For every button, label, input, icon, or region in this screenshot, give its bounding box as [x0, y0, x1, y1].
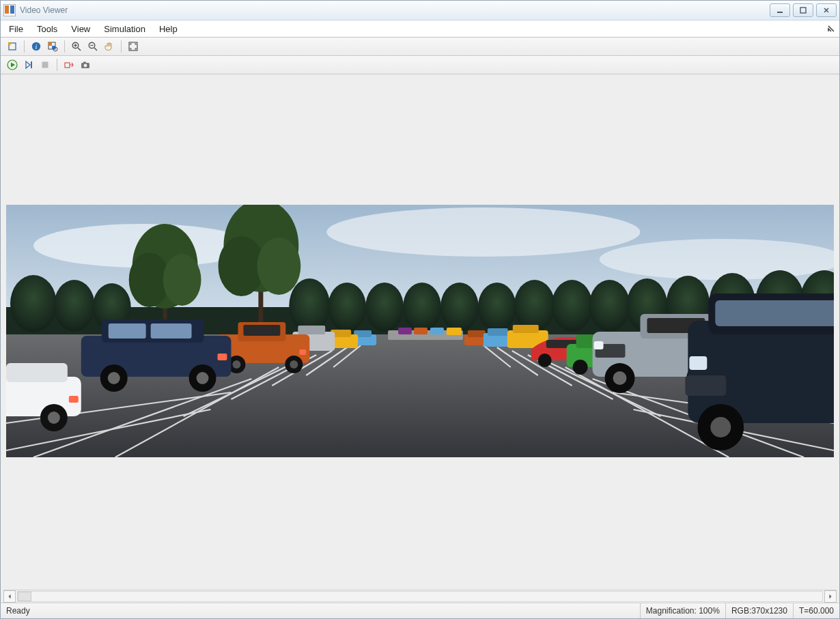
- maximize-button[interactable]: [793, 3, 813, 17]
- svg-rect-16: [42, 62, 48, 68]
- svg-point-20: [84, 64, 87, 68]
- fit-to-window-button[interactable]: [126, 39, 141, 54]
- svg-point-88: [290, 360, 298, 369]
- menubar: File Tools View Simulation Help: [1, 20, 839, 38]
- video-viewer-window: Video Viewer File Tools View Simulation …: [0, 0, 840, 619]
- zoom-in-button[interactable]: [69, 39, 84, 54]
- video-canvas-area: [1, 74, 839, 603]
- maximize-icon: [799, 6, 807, 14]
- svg-point-96: [108, 372, 120, 384]
- matlab-app-icon: [3, 4, 16, 16]
- svg-point-133: [710, 417, 731, 437]
- svg-marker-14: [26, 61, 30, 68]
- svg-rect-19: [83, 62, 86, 63]
- video-frame[interactable]: [6, 205, 834, 457]
- chevron-right-icon: [828, 594, 833, 599]
- pixel-region-icon: [47, 41, 58, 52]
- svg-point-116: [573, 360, 588, 375]
- svg-rect-75: [447, 328, 462, 335]
- window-title: Video Viewer: [20, 5, 68, 15]
- status-rgb: RGB:370x1230: [725, 603, 793, 618]
- minimize-icon: [776, 6, 784, 14]
- close-button[interactable]: [816, 3, 837, 17]
- scene-svg: [6, 205, 834, 457]
- horizontal-scrollbar[interactable]: [3, 590, 837, 603]
- pan-icon: [104, 41, 115, 52]
- scroll-track[interactable]: [17, 591, 823, 602]
- svg-rect-101: [6, 363, 68, 382]
- svg-point-86: [232, 360, 240, 369]
- svg-point-27: [54, 280, 95, 332]
- status-magnification: Magnification: 100%: [640, 603, 725, 618]
- svg-rect-81: [298, 326, 325, 334]
- svg-rect-99: [217, 354, 227, 360]
- pan-button[interactable]: [102, 39, 117, 54]
- svg-point-103: [48, 412, 60, 424]
- menu-simulation[interactable]: Simulation: [97, 23, 152, 35]
- svg-rect-90: [299, 349, 306, 355]
- toolbar-view: i: [1, 38, 839, 56]
- svg-marker-134: [8, 594, 10, 599]
- svg-point-29: [289, 278, 330, 333]
- svg-rect-6: [48, 42, 52, 46]
- scroll-right-button[interactable]: [824, 590, 837, 603]
- new-colormap-button[interactable]: [5, 39, 20, 54]
- svg-rect-110: [513, 325, 539, 333]
- pixel-region-button[interactable]: [45, 39, 60, 54]
- svg-rect-108: [488, 328, 508, 336]
- menu-file[interactable]: File: [2, 23, 30, 35]
- svg-rect-129: [715, 300, 834, 326]
- zoom-out-button[interactable]: [85, 39, 100, 54]
- fit-to-window-icon: [128, 41, 139, 52]
- info-icon: i: [31, 41, 42, 52]
- svg-rect-104: [69, 396, 79, 403]
- svg-rect-15: [31, 61, 32, 68]
- play-icon: [7, 59, 18, 70]
- stop-icon: [40, 59, 51, 70]
- svg-rect-17: [65, 63, 70, 68]
- toolbar-simulation: [1, 56, 839, 74]
- scroll-thumb[interactable]: [18, 592, 31, 601]
- menu-view[interactable]: View: [64, 23, 97, 35]
- close-icon: [822, 6, 830, 14]
- svg-rect-122: [594, 341, 604, 349]
- undock-button[interactable]: [827, 25, 835, 33]
- snapshot-button[interactable]: [78, 57, 93, 72]
- play-button[interactable]: [5, 57, 20, 72]
- svg-point-24: [600, 239, 834, 280]
- zoom-out-icon: [87, 41, 98, 52]
- svg-point-23: [326, 207, 640, 257]
- snapshot-icon: [80, 59, 91, 70]
- svg-rect-1: [800, 8, 806, 13]
- step-forward-button[interactable]: [21, 57, 36, 72]
- info-button[interactable]: i: [29, 39, 44, 54]
- undock-icon: [827, 25, 835, 33]
- chevron-left-icon: [7, 594, 12, 599]
- stop-button[interactable]: [38, 57, 53, 72]
- zoom-in-icon: [71, 41, 82, 52]
- svg-point-50: [257, 237, 300, 295]
- new-colormap-icon: [7, 41, 18, 52]
- svg-point-32: [403, 283, 441, 332]
- svg-point-35: [514, 280, 555, 332]
- svg-marker-135: [829, 594, 831, 599]
- minimize-button[interactable]: [770, 3, 790, 17]
- svg-rect-84: [243, 325, 280, 336]
- svg-point-37: [589, 280, 630, 332]
- svg-point-30: [328, 283, 366, 332]
- menu-help[interactable]: Help: [152, 23, 184, 35]
- status-time: T=60.000: [793, 603, 839, 618]
- menu-tools[interactable]: Tools: [30, 23, 64, 35]
- svg-point-34: [478, 283, 516, 332]
- titlebar: Video Viewer: [1, 1, 839, 20]
- highlight-block-button[interactable]: [61, 57, 76, 72]
- statusbar: Ready Magnification: 100% RGB:370x1230 T…: [1, 603, 839, 618]
- svg-point-46: [163, 254, 201, 306]
- svg-point-98: [197, 372, 209, 384]
- svg-rect-73: [414, 328, 428, 334]
- svg-point-33: [440, 283, 479, 332]
- svg-rect-0: [777, 12, 783, 13]
- scroll-left-button[interactable]: [3, 590, 16, 603]
- svg-point-36: [552, 280, 593, 332]
- svg-rect-106: [468, 330, 486, 337]
